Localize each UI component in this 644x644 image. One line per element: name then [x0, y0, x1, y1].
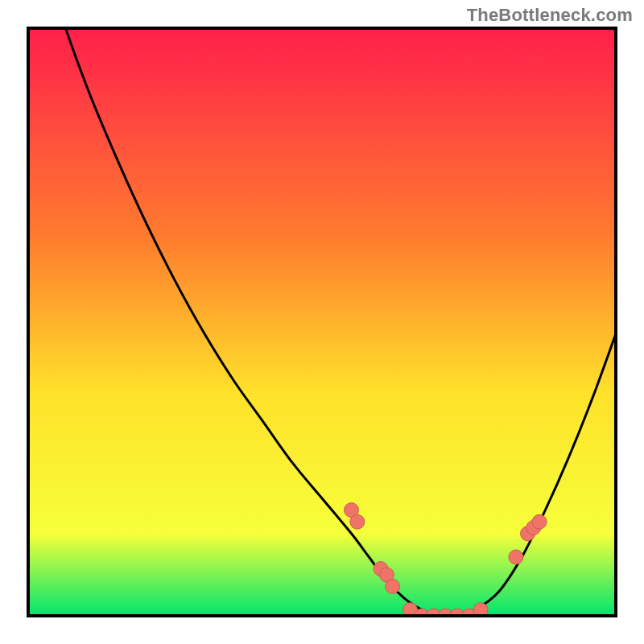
watermark-label: TheBottleneck.com: [467, 5, 633, 26]
data-dot: [532, 514, 547, 529]
data-dot: [509, 550, 523, 564]
data-dot: [386, 580, 400, 594]
bottleneck-chart: [0, 0, 644, 644]
data-dot: [350, 514, 365, 529]
chart-stage: TheBottleneck.com: [0, 0, 644, 644]
